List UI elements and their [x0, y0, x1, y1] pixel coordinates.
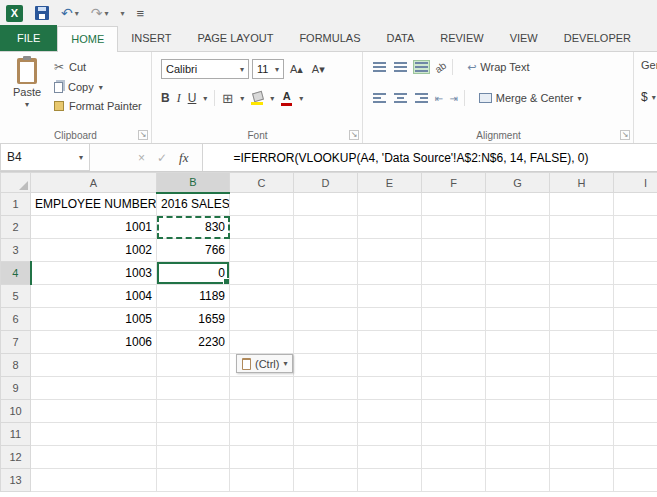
customize-qat-button[interactable]: ▾	[121, 9, 125, 18]
cell-C10[interactable]	[230, 400, 294, 423]
copy-dropdown-icon[interactable]: ▾	[99, 83, 103, 92]
cell-I10[interactable]	[614, 400, 657, 423]
cell-F11[interactable]	[422, 423, 486, 446]
cell-F7[interactable]	[422, 331, 486, 354]
cell-B6[interactable]: 1659	[157, 308, 230, 331]
cell-B7[interactable]: 2230	[157, 331, 230, 354]
tab-insert[interactable]: INSERT	[118, 26, 184, 51]
row-header-10[interactable]: 10	[1, 400, 31, 423]
cell-H4[interactable]	[550, 262, 614, 285]
cell-A9[interactable]	[31, 377, 157, 400]
cell-E7[interactable]	[358, 331, 422, 354]
cell-I8[interactable]	[614, 354, 657, 377]
cell-H9[interactable]	[550, 377, 614, 400]
cell-D3[interactable]	[294, 239, 358, 262]
row-header-12[interactable]: 12	[1, 446, 31, 469]
cell-D5[interactable]	[294, 285, 358, 308]
cell-D12[interactable]	[294, 446, 358, 469]
paste-dropdown-icon[interactable]: ▾	[25, 100, 29, 109]
row-header-11[interactable]: 11	[1, 423, 31, 446]
row-header-1[interactable]: 1	[1, 193, 31, 216]
tab-view[interactable]: VIEW	[497, 26, 551, 51]
cell-A8[interactable]	[31, 354, 157, 377]
cell-F13[interactable]	[422, 469, 486, 492]
row-header-9[interactable]: 9	[1, 377, 31, 400]
cell-B5[interactable]: 1189	[157, 285, 230, 308]
cell-F6[interactable]	[422, 308, 486, 331]
cell-B9[interactable]	[157, 377, 230, 400]
cell-A6[interactable]: 1005	[31, 308, 157, 331]
cell-A1[interactable]: EMPLOYEE NUMBER	[31, 193, 157, 216]
cell-C1[interactable]	[230, 193, 294, 216]
cell-E2[interactable]	[358, 216, 422, 239]
column-header-D[interactable]: D	[294, 173, 358, 193]
cell-B3[interactable]: 766	[157, 239, 230, 262]
cell-E9[interactable]	[358, 377, 422, 400]
underline-dropdown-icon[interactable]: ▾	[203, 94, 207, 103]
cell-E1[interactable]	[358, 193, 422, 216]
cell-C2[interactable]	[230, 216, 294, 239]
row-header-2[interactable]: 2	[1, 216, 31, 239]
cell-D2[interactable]	[294, 216, 358, 239]
cell-B8[interactable]	[157, 354, 230, 377]
cell-E4[interactable]	[358, 262, 422, 285]
formula-input[interactable]: =IFERROR(VLOOKUP(A4, 'Data Source'!A$2:N…	[203, 144, 657, 171]
column-header-E[interactable]: E	[358, 173, 422, 193]
cell-F5[interactable]	[422, 285, 486, 308]
cell-I7[interactable]	[614, 331, 657, 354]
cell-I6[interactable]	[614, 308, 657, 331]
font-name-combobox[interactable]: Calibri ▾	[161, 59, 249, 79]
cell-B13[interactable]	[157, 469, 230, 492]
cell-F1[interactable]	[422, 193, 486, 216]
accounting-format-button[interactable]: $ ▾	[641, 90, 656, 104]
undo-button[interactable]: ↶▾	[61, 5, 79, 21]
cell-H6[interactable]	[550, 308, 614, 331]
font-size-combobox[interactable]: 11 ▾	[252, 59, 284, 79]
cell-D4[interactable]	[294, 262, 358, 285]
font-dialog-launcher-icon[interactable]: ↘	[349, 130, 359, 140]
cell-E11[interactable]	[358, 423, 422, 446]
name-box[interactable]: B4 ▾	[0, 144, 90, 171]
cell-I1[interactable]	[614, 193, 657, 216]
cut-button[interactable]: ✂ Cut	[54, 60, 142, 74]
cell-I9[interactable]	[614, 377, 657, 400]
column-header-H[interactable]: H	[550, 173, 614, 193]
cell-G9[interactable]	[486, 377, 550, 400]
orientation-button[interactable]: ab	[433, 59, 448, 74]
tab-home[interactable]: HOME	[57, 26, 118, 52]
column-header-B[interactable]: B	[157, 173, 230, 193]
cell-D6[interactable]	[294, 308, 358, 331]
merge-center-dropdown-icon[interactable]: ▾	[577, 94, 581, 103]
column-header-I[interactable]: I	[614, 173, 657, 193]
tab-review[interactable]: REVIEW	[427, 26, 496, 51]
tab-file[interactable]: FILE	[0, 25, 57, 51]
tab-page-layout[interactable]: PAGE LAYOUT	[184, 26, 286, 51]
cell-I2[interactable]	[614, 216, 657, 239]
cell-I4[interactable]	[614, 262, 657, 285]
cell-C11[interactable]	[230, 423, 294, 446]
cell-E5[interactable]	[358, 285, 422, 308]
cell-G3[interactable]	[486, 239, 550, 262]
underline-button[interactable]: U	[188, 91, 197, 105]
ribbon-display-options-button[interactable]: ≡	[137, 6, 145, 21]
save-icon[interactable]	[35, 6, 49, 20]
increase-indent-button[interactable]: ⇥	[449, 93, 457, 104]
cell-A3[interactable]: 1002	[31, 239, 157, 262]
cell-G1[interactable]	[486, 193, 550, 216]
row-header-4[interactable]: 4	[1, 262, 31, 285]
undo-dropdown-icon[interactable]: ▾	[75, 9, 79, 18]
cell-G10[interactable]	[486, 400, 550, 423]
cell-B2[interactable]: 830	[157, 216, 230, 239]
column-header-G[interactable]: G	[486, 173, 550, 193]
bold-button[interactable]: B	[161, 91, 170, 105]
cell-G5[interactable]	[486, 285, 550, 308]
number-format-combobox[interactable]: Gen	[641, 59, 657, 71]
paste-options-button[interactable]: (Ctrl) ▾	[236, 354, 293, 373]
cell-A10[interactable]	[31, 400, 157, 423]
row-header-6[interactable]: 6	[1, 308, 31, 331]
cell-B1[interactable]: 2016 SALES	[157, 193, 230, 216]
cell-D7[interactable]	[294, 331, 358, 354]
cell-C5[interactable]	[230, 285, 294, 308]
cell-H12[interactable]	[550, 446, 614, 469]
tab-developer[interactable]: DEVELOPER	[551, 26, 644, 51]
